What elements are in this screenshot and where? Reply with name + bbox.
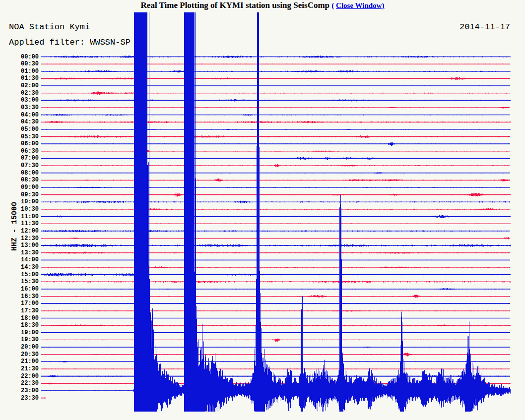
seiscomp-realtime-plot-page: Real Time Plotting of KYMI station using… bbox=[0, 0, 525, 420]
helicorder-canvas bbox=[0, 0, 525, 420]
